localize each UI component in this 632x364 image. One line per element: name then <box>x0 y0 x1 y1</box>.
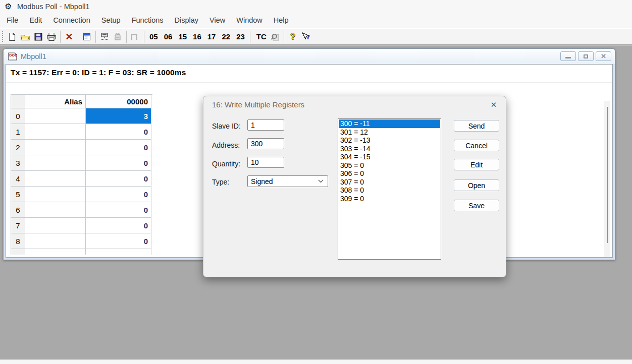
menu-edit[interactable]: Edit <box>24 13 47 28</box>
grid-corner-cell[interactable] <box>11 95 25 108</box>
alias-cell[interactable] <box>25 233 86 249</box>
menu-setup[interactable]: Setup <box>96 13 126 28</box>
function-05-button[interactable]: 05 <box>146 32 161 41</box>
mbpoll1-titlebar[interactable]: DOC Mbpoll1 ✕ <box>4 49 615 64</box>
disconnect-button[interactable]: ✕ <box>63 30 76 43</box>
row-header[interactable]: 3 <box>11 155 25 171</box>
print-button[interactable] <box>45 30 58 43</box>
type-dropdown[interactable]: Signed <box>247 175 328 187</box>
close-icon: ✕ <box>491 100 497 109</box>
setup-definition-icon <box>82 32 91 41</box>
vertical-scrollbar[interactable] <box>604 101 610 258</box>
row-header[interactable]: 0 <box>11 108 25 124</box>
register-list-item[interactable]: 302 = -13 <box>339 136 440 145</box>
zoom-test-button[interactable] <box>269 30 282 43</box>
slave-id-field[interactable] <box>247 119 284 131</box>
dialog-close-button[interactable]: ✕ <box>488 99 499 110</box>
value-cell-selected[interactable]: 3 <box>86 108 151 124</box>
toolbar-separator <box>126 31 127 43</box>
row-header[interactable]: 7 <box>11 218 25 233</box>
open-file-icon <box>20 32 30 41</box>
alias-cell[interactable] <box>25 108 86 124</box>
dialog-titlebar[interactable]: 16: Write Multiple Registers ✕ <box>203 96 506 113</box>
test-center-button[interactable]: TC <box>252 32 269 41</box>
display-communication-button[interactable] <box>111 30 124 43</box>
minimize-button[interactable] <box>560 51 576 61</box>
communication-traffic-button[interactable] <box>98 30 111 43</box>
menu-connection[interactable]: Connection <box>47 13 95 28</box>
toolbar-separator <box>284 31 284 43</box>
value-cell[interactable]: 0 <box>86 171 151 187</box>
communication-traffic-icon <box>99 32 110 42</box>
register-list-item[interactable]: 308 = 0 <box>339 186 440 195</box>
function-06-button[interactable]: 06 <box>161 32 176 41</box>
alias-cell[interactable] <box>25 124 86 140</box>
register-listbox[interactable]: 300 = -11 301 = 12 302 = -13 303 = -14 3… <box>338 118 441 260</box>
row-header[interactable]: 5 <box>11 187 25 202</box>
row-header[interactable]: 8 <box>11 233 25 249</box>
menu-display[interactable]: Display <box>169 13 204 28</box>
row-header[interactable]: 1 <box>11 124 25 140</box>
row-header[interactable]: 4 <box>11 171 25 187</box>
open-button[interactable]: Open <box>454 179 499 191</box>
setup-definition-button[interactable] <box>80 30 93 43</box>
function-16-button[interactable]: 16 <box>190 32 204 41</box>
restore-button[interactable] <box>578 51 594 61</box>
function-17-button[interactable]: 17 <box>204 32 219 41</box>
value-column-header[interactable]: 00000 <box>86 95 151 108</box>
register-list-item[interactable]: 301 = 12 <box>339 128 440 137</box>
alias-cell[interactable] <box>25 155 86 171</box>
function-15-button[interactable]: 15 <box>175 32 190 41</box>
alias-cell[interactable] <box>25 187 86 202</box>
value-cell[interactable]: 0 <box>86 187 151 202</box>
toolbar-grip[interactable] <box>2 31 4 43</box>
function-22-button[interactable]: 22 <box>219 32 233 41</box>
alias-cell[interactable] <box>25 218 86 233</box>
send-button[interactable]: Send <box>454 120 499 132</box>
row-header-partial[interactable] <box>11 249 25 255</box>
menu-file[interactable]: File <box>1 13 24 28</box>
alias-cell[interactable] <box>25 249 86 255</box>
address-field[interactable] <box>247 138 284 149</box>
new-file-button[interactable] <box>6 30 19 43</box>
context-help-button[interactable]: ? <box>299 30 312 43</box>
menu-view[interactable]: View <box>204 13 231 28</box>
register-list-item-selected[interactable]: 300 = -11 <box>339 119 440 128</box>
register-list-item[interactable]: 307 = 0 <box>339 178 440 187</box>
alias-column-header[interactable]: Alias <box>25 95 86 108</box>
register-list-item[interactable]: 305 = 0 <box>339 161 440 170</box>
value-cell[interactable]: 0 <box>86 155 151 171</box>
value-cell[interactable] <box>86 249 151 255</box>
save-button[interactable]: Save <box>454 200 499 211</box>
quantity-field[interactable] <box>247 157 284 168</box>
register-list-item[interactable]: 306 = 0 <box>339 169 440 178</box>
menu-functions[interactable]: Functions <box>126 13 169 28</box>
menu-window[interactable]: Window <box>231 13 268 28</box>
toolbar: ✕ 05 06 15 16 17 22 23 TC ? <box>0 29 632 45</box>
alias-cell[interactable] <box>25 202 86 218</box>
help-button[interactable]: ? <box>286 30 299 43</box>
close-button[interactable]: ✕ <box>596 51 611 61</box>
register-list-item[interactable]: 303 = -14 <box>339 145 440 153</box>
value-cell[interactable]: 0 <box>86 218 151 233</box>
pulse-time-button[interactable] <box>129 30 142 43</box>
alias-cell[interactable] <box>25 140 86 155</box>
open-file-button[interactable] <box>19 30 32 43</box>
edit-button[interactable]: Edit <box>454 159 499 170</box>
value-cell[interactable]: 0 <box>86 140 151 155</box>
app-titlebar[interactable]: ⚙ Modbus Poll - Mbpoll1 <box>0 0 632 13</box>
value-cell[interactable]: 0 <box>86 124 151 140</box>
register-list-item[interactable]: 304 = -15 <box>339 153 440 161</box>
row-header[interactable]: 6 <box>11 202 25 218</box>
register-list-item[interactable]: 309 = 0 <box>339 195 440 203</box>
menu-help[interactable]: Help <box>268 13 294 28</box>
zoom-test-icon <box>270 32 280 42</box>
value-cell[interactable]: 0 <box>86 202 151 218</box>
cancel-button[interactable]: Cancel <box>454 140 499 151</box>
function-23-button[interactable]: 23 <box>233 32 248 41</box>
alias-cell[interactable] <box>25 171 86 187</box>
value-cell[interactable]: 0 <box>86 233 151 249</box>
save-button[interactable] <box>32 30 45 43</box>
scrollbar-thumb[interactable] <box>607 107 608 243</box>
row-header[interactable]: 2 <box>11 140 25 155</box>
